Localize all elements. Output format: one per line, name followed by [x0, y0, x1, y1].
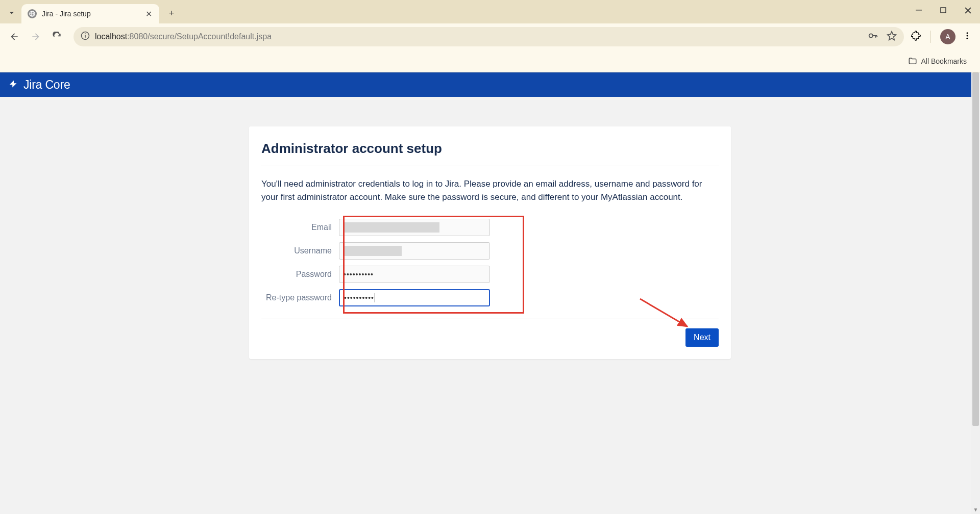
tab-close-button[interactable]: ✕: [144, 9, 153, 19]
jira-logo[interactable]: Jira Core: [8, 78, 70, 92]
forward-button[interactable]: [27, 28, 45, 46]
profile-avatar[interactable]: A: [940, 29, 955, 44]
folder-icon: [908, 57, 917, 66]
page-heading: Administrator account setup: [261, 141, 719, 166]
scrollbar-thumb[interactable]: [972, 72, 979, 426]
page-description: You'll need administrator credentials to…: [261, 177, 719, 203]
back-button[interactable]: [5, 28, 23, 46]
arrow-right-icon: [31, 32, 41, 42]
svg-rect-1: [941, 8, 946, 13]
password-dots: ••••••••••: [344, 270, 374, 278]
extensions-icon[interactable]: [911, 31, 921, 43]
password-key-icon[interactable]: [867, 30, 878, 43]
svg-rect-0: [916, 10, 922, 11]
tab-title: Jira - Jira setup: [42, 10, 139, 18]
setup-card: Administrator account setup You'll need …: [249, 126, 731, 359]
new-tab-button[interactable]: +: [163, 5, 180, 21]
retype-password-field[interactable]: ••••••••••: [339, 289, 490, 306]
svg-rect-4: [85, 34, 86, 35]
url-text: localhost:8080/secure/SetupAccount!defau…: [95, 32, 862, 41]
email-label: Email: [261, 223, 339, 232]
reload-button[interactable]: [48, 28, 66, 46]
email-field[interactable]: [339, 219, 490, 236]
address-bar[interactable]: localhost:8080/secure/SetupAccount!defau…: [74, 27, 904, 46]
separator: [261, 319, 719, 319]
password-dots: ••••••••••: [344, 294, 374, 302]
all-bookmarks-label: All Bookmarks: [921, 57, 967, 65]
password-label: Password: [261, 270, 339, 279]
bookmarks-bar: All Bookmarks: [0, 50, 980, 72]
all-bookmarks-button[interactable]: All Bookmarks: [903, 54, 972, 69]
toolbar-divider: [930, 31, 931, 43]
bookmark-star-icon[interactable]: [887, 31, 897, 43]
site-info-icon[interactable]: [81, 31, 90, 42]
maximize-button[interactable]: [931, 0, 955, 20]
retype-password-label: Re-type password: [261, 293, 339, 302]
svg-rect-3: [85, 35, 86, 38]
product-name: Jira Core: [23, 78, 70, 92]
text-cursor: [375, 293, 375, 302]
browser-titlebar: Jira - Jira setup ✕ +: [0, 0, 980, 23]
svg-point-7: [967, 35, 968, 37]
browser-tab[interactable]: Jira - Jira setup ✕: [21, 4, 159, 23]
username-field[interactable]: [339, 242, 490, 260]
globe-icon: [28, 9, 37, 18]
next-button[interactable]: Next: [685, 328, 719, 347]
svg-point-6: [967, 32, 968, 34]
scroll-down-arrow[interactable]: ▼: [971, 505, 980, 514]
jira-logo-icon: [8, 79, 19, 90]
svg-point-5: [869, 34, 873, 37]
browser-toolbar: localhost:8080/secure/SetupAccount!defau…: [0, 23, 980, 50]
redacted-value: [344, 246, 402, 256]
redacted-value: [344, 222, 439, 233]
vertical-scrollbar[interactable]: ▲ ▼: [971, 72, 980, 514]
username-label: Username: [261, 246, 339, 255]
chrome-menu-button[interactable]: [963, 31, 972, 42]
reload-icon: [52, 32, 62, 42]
page-viewport: Jira Core Administrator account setup Yo…: [0, 72, 980, 514]
chevron-down-icon: [7, 8, 17, 18]
minimize-button[interactable]: [906, 0, 931, 20]
arrow-left-icon: [9, 32, 19, 42]
close-window-button[interactable]: [955, 0, 980, 20]
svg-point-8: [967, 38, 968, 39]
password-field[interactable]: ••••••••••: [339, 266, 490, 283]
window-controls: [906, 0, 980, 20]
jira-header: Jira Core: [0, 72, 980, 97]
tab-search-dropdown[interactable]: [4, 5, 19, 20]
